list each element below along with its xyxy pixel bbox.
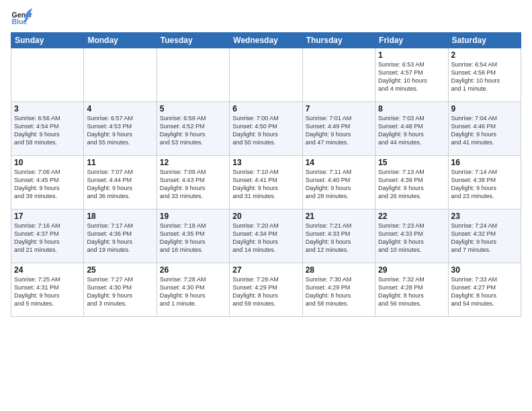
day-info: Sunrise: 7:01 AM Sunset: 4:49 PM Dayligh… [306, 114, 372, 147]
day-info: Sunrise: 7:32 AM Sunset: 4:28 PM Dayligh… [378, 275, 445, 308]
calendar-cell: 2Sunrise: 6:54 AM Sunset: 4:56 PM Daylig… [448, 48, 521, 102]
week-row-3: 10Sunrise: 7:06 AM Sunset: 4:45 PM Dayli… [11, 156, 521, 210]
calendar-cell: 3Sunrise: 6:56 AM Sunset: 4:54 PM Daylig… [11, 102, 84, 156]
weekday-header-thursday: Thursday [302, 33, 375, 48]
calendar-cell: 29Sunrise: 7:32 AM Sunset: 4:28 PM Dayli… [375, 263, 448, 317]
day-number: 11 [87, 158, 153, 167]
day-number: 26 [160, 265, 226, 275]
day-number: 12 [160, 158, 226, 167]
day-info: Sunrise: 7:09 AM Sunset: 4:43 PM Dayligh… [160, 168, 226, 201]
day-info: Sunrise: 7:13 AM Sunset: 4:39 PM Dayligh… [378, 168, 445, 201]
day-info: Sunrise: 7:24 AM Sunset: 4:32 PM Dayligh… [451, 222, 518, 255]
day-info: Sunrise: 7:18 AM Sunset: 4:35 PM Dayligh… [160, 222, 226, 255]
page-container: General Blue SundayMondayTuesdayWednesda… [0, 0, 532, 321]
day-info: Sunrise: 7:06 AM Sunset: 4:45 PM Dayligh… [14, 168, 81, 201]
day-number: 25 [87, 265, 153, 275]
calendar-cell: 20Sunrise: 7:20 AM Sunset: 4:34 PM Dayli… [230, 210, 302, 263]
calendar-cell: 27Sunrise: 7:29 AM Sunset: 4:29 PM Dayli… [230, 263, 302, 317]
day-info: Sunrise: 7:25 AM Sunset: 4:31 PM Dayligh… [14, 275, 81, 308]
calendar-cell [11, 48, 84, 102]
calendar-cell: 22Sunrise: 7:23 AM Sunset: 4:33 PM Dayli… [375, 210, 448, 263]
day-info: Sunrise: 7:17 AM Sunset: 4:36 PM Dayligh… [87, 222, 153, 255]
day-info: Sunrise: 7:28 AM Sunset: 4:30 PM Dayligh… [160, 275, 226, 308]
day-number: 7 [306, 104, 372, 113]
calendar-cell: 6Sunrise: 7:00 AM Sunset: 4:50 PM Daylig… [230, 102, 302, 156]
day-info: Sunrise: 7:20 AM Sunset: 4:34 PM Dayligh… [232, 222, 299, 255]
day-info: Sunrise: 7:30 AM Sunset: 4:29 PM Dayligh… [306, 275, 372, 308]
calendar-cell: 4Sunrise: 6:57 AM Sunset: 4:53 PM Daylig… [84, 102, 157, 156]
calendar-cell: 11Sunrise: 7:07 AM Sunset: 4:44 PM Dayli… [84, 156, 157, 210]
day-info: Sunrise: 7:07 AM Sunset: 4:44 PM Dayligh… [87, 168, 153, 201]
week-row-4: 17Sunrise: 7:16 AM Sunset: 4:37 PM Dayli… [11, 210, 521, 263]
day-number: 21 [306, 212, 372, 221]
calendar-cell: 13Sunrise: 7:10 AM Sunset: 4:41 PM Dayli… [230, 156, 302, 210]
weekday-header-monday: Monday [84, 33, 157, 48]
day-number: 13 [232, 158, 299, 167]
day-info: Sunrise: 7:27 AM Sunset: 4:30 PM Dayligh… [87, 275, 153, 308]
logo: General Blue [11, 7, 32, 28]
day-info: Sunrise: 6:54 AM Sunset: 4:56 PM Dayligh… [451, 60, 518, 93]
calendar-cell: 25Sunrise: 7:27 AM Sunset: 4:30 PM Dayli… [84, 263, 157, 317]
day-number: 4 [87, 104, 153, 113]
day-info: Sunrise: 7:29 AM Sunset: 4:29 PM Dayligh… [232, 275, 299, 308]
day-info: Sunrise: 7:04 AM Sunset: 4:46 PM Dayligh… [451, 114, 518, 147]
calendar-cell: 26Sunrise: 7:28 AM Sunset: 4:30 PM Dayli… [157, 263, 229, 317]
day-info: Sunrise: 7:03 AM Sunset: 4:48 PM Dayligh… [378, 114, 445, 147]
day-number: 16 [451, 158, 518, 167]
day-number: 28 [306, 265, 372, 275]
day-info: Sunrise: 6:56 AM Sunset: 4:54 PM Dayligh… [14, 114, 81, 147]
header: General Blue [11, 7, 521, 28]
calendar-cell: 8Sunrise: 7:03 AM Sunset: 4:48 PM Daylig… [375, 102, 448, 156]
calendar-cell [84, 48, 157, 102]
day-number: 5 [160, 104, 226, 113]
day-number: 14 [306, 158, 372, 167]
calendar-cell: 14Sunrise: 7:11 AM Sunset: 4:40 PM Dayli… [302, 156, 375, 210]
calendar-cell: 28Sunrise: 7:30 AM Sunset: 4:29 PM Dayli… [302, 263, 375, 317]
weekday-header-sunday: Sunday [11, 33, 84, 48]
day-info: Sunrise: 7:11 AM Sunset: 4:40 PM Dayligh… [306, 168, 372, 201]
calendar-cell: 7Sunrise: 7:01 AM Sunset: 4:49 PM Daylig… [302, 102, 375, 156]
weekday-header-saturday: Saturday [448, 33, 521, 48]
day-number: 6 [232, 104, 299, 113]
day-number: 18 [87, 212, 153, 221]
day-number: 19 [160, 212, 226, 221]
day-info: Sunrise: 6:59 AM Sunset: 4:52 PM Dayligh… [160, 114, 226, 147]
day-info: Sunrise: 7:23 AM Sunset: 4:33 PM Dayligh… [378, 222, 445, 255]
calendar-cell: 12Sunrise: 7:09 AM Sunset: 4:43 PM Dayli… [157, 156, 229, 210]
day-number: 2 [451, 50, 518, 60]
calendar-cell: 10Sunrise: 7:06 AM Sunset: 4:45 PM Dayli… [11, 156, 84, 210]
week-row-2: 3Sunrise: 6:56 AM Sunset: 4:54 PM Daylig… [11, 102, 521, 156]
week-row-1: 1Sunrise: 6:53 AM Sunset: 4:57 PM Daylig… [11, 48, 521, 102]
calendar-cell: 30Sunrise: 7:33 AM Sunset: 4:27 PM Dayli… [448, 263, 521, 317]
calendar-cell: 24Sunrise: 7:25 AM Sunset: 4:31 PM Dayli… [11, 263, 84, 317]
calendar-cell: 23Sunrise: 7:24 AM Sunset: 4:32 PM Dayli… [448, 210, 521, 263]
day-number: 24 [14, 265, 81, 275]
day-info: Sunrise: 7:14 AM Sunset: 4:38 PM Dayligh… [451, 168, 518, 201]
week-row-5: 24Sunrise: 7:25 AM Sunset: 4:31 PM Dayli… [11, 263, 521, 317]
calendar-cell: 19Sunrise: 7:18 AM Sunset: 4:35 PM Dayli… [157, 210, 229, 263]
day-info: Sunrise: 7:33 AM Sunset: 4:27 PM Dayligh… [451, 275, 518, 308]
calendar-cell: 18Sunrise: 7:17 AM Sunset: 4:36 PM Dayli… [84, 210, 157, 263]
calendar-table: SundayMondayTuesdayWednesdayThursdayFrid… [11, 32, 521, 317]
calendar-cell: 21Sunrise: 7:21 AM Sunset: 4:33 PM Dayli… [302, 210, 375, 263]
day-info: Sunrise: 6:57 AM Sunset: 4:53 PM Dayligh… [87, 114, 153, 147]
logo-icon: General Blue [11, 7, 32, 28]
calendar-cell [157, 48, 229, 102]
calendar-cell [230, 48, 302, 102]
day-number: 30 [451, 265, 518, 275]
weekday-header-tuesday: Tuesday [157, 33, 229, 48]
weekday-header-row: SundayMondayTuesdayWednesdayThursdayFrid… [11, 33, 521, 48]
day-number: 20 [232, 212, 299, 221]
day-number: 23 [451, 212, 518, 221]
day-info: Sunrise: 6:53 AM Sunset: 4:57 PM Dayligh… [378, 60, 445, 93]
day-number: 8 [378, 104, 445, 113]
day-number: 3 [14, 104, 81, 113]
day-info: Sunrise: 7:00 AM Sunset: 4:50 PM Dayligh… [232, 114, 299, 147]
day-number: 15 [378, 158, 445, 167]
calendar-cell: 1Sunrise: 6:53 AM Sunset: 4:57 PM Daylig… [375, 48, 448, 102]
day-info: Sunrise: 7:21 AM Sunset: 4:33 PM Dayligh… [306, 222, 372, 255]
day-info: Sunrise: 7:10 AM Sunset: 4:41 PM Dayligh… [232, 168, 299, 201]
day-number: 9 [451, 104, 518, 113]
calendar-cell: 9Sunrise: 7:04 AM Sunset: 4:46 PM Daylig… [448, 102, 521, 156]
day-number: 29 [378, 265, 445, 275]
